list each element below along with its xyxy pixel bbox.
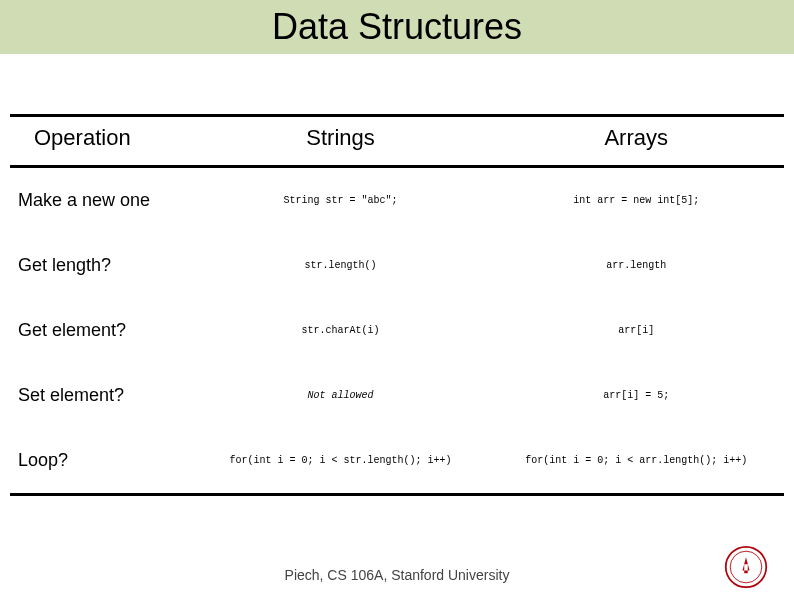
stanford-seal-icon <box>724 545 768 589</box>
table-row: Get element? str.charAt(i) arr[i] <box>10 298 784 363</box>
cell-arrays: arr[i] = 5; <box>488 363 784 428</box>
header-arrays: Arrays <box>488 116 784 167</box>
svg-point-0 <box>726 547 766 587</box>
slide-title: Data Structures <box>272 6 522 48</box>
table-row: Set element? Not allowed arr[i] = 5; <box>10 363 784 428</box>
header-operation: Operation <box>10 116 193 167</box>
cell-strings: Not allowed <box>193 363 489 428</box>
table-header-row: Operation Strings Arrays <box>10 116 784 167</box>
cell-operation: Loop? <box>10 428 193 495</box>
table-row: Make a new one String str = "abc"; int a… <box>10 167 784 234</box>
slide-footer: Piech, CS 106A, Stanford University <box>0 567 794 583</box>
table-row: Loop? for(int i = 0; i < str.length(); i… <box>10 428 784 495</box>
content-area: Operation Strings Arrays Make a new one … <box>0 54 794 496</box>
cell-arrays: arr.length <box>488 233 784 298</box>
cell-operation: Make a new one <box>10 167 193 234</box>
cell-operation: Set element? <box>10 363 193 428</box>
title-bar: Data Structures <box>0 0 794 54</box>
cell-arrays: arr[i] <box>488 298 784 363</box>
cell-arrays: for(int i = 0; i < arr.length(); i++) <box>488 428 784 495</box>
comparison-table: Operation Strings Arrays Make a new one … <box>10 114 784 496</box>
cell-strings: str.length() <box>193 233 489 298</box>
cell-strings: str.charAt(i) <box>193 298 489 363</box>
cell-operation: Get length? <box>10 233 193 298</box>
cell-strings: for(int i = 0; i < str.length(); i++) <box>193 428 489 495</box>
cell-arrays: int arr = new int[5]; <box>488 167 784 234</box>
cell-strings: String str = "abc"; <box>193 167 489 234</box>
svg-point-1 <box>730 551 762 583</box>
cell-operation: Get element? <box>10 298 193 363</box>
table-row: Get length? str.length() arr.length <box>10 233 784 298</box>
header-strings: Strings <box>193 116 489 167</box>
